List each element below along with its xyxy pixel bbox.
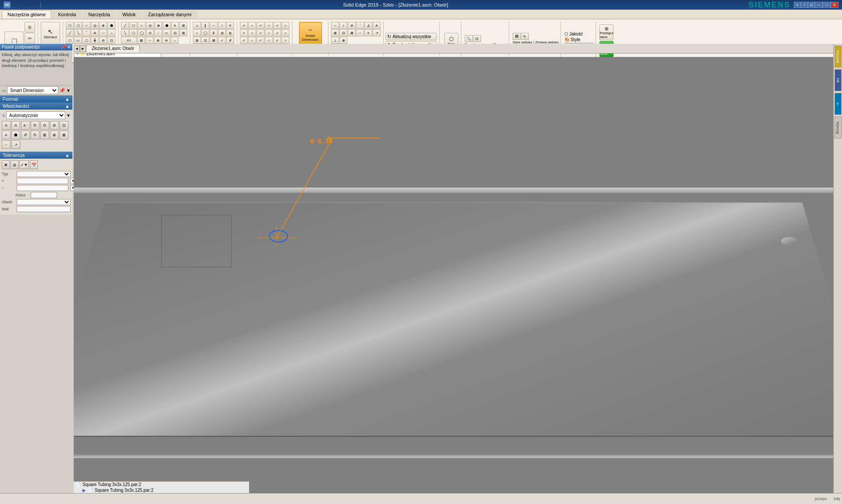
wym-btn-1[interactable]: ↔: [331, 22, 339, 29]
panel-pin-btn[interactable]: 📌: [61, 45, 66, 50]
rel-btn-11[interactable]: ⊞: [193, 37, 201, 44]
op-btn-3[interactable]: ○: [82, 22, 90, 29]
aktualizuj-wszystkie-btn[interactable]: ↻ Aktualizuj wszystkie: [385, 33, 437, 40]
draw-btn-4[interactable]: ◎: [146, 22, 154, 29]
sd-menu-btn[interactable]: ▼: [66, 88, 71, 93]
is-btn-18[interactable]: ○: [282, 37, 289, 44]
is-btn-9[interactable]: ✓: [257, 29, 264, 36]
is-btn-14[interactable]: ○: [248, 37, 256, 44]
cut-btn[interactable]: ✂: [25, 33, 35, 43]
tool-icon-7[interactable]: ⊡: [60, 121, 68, 130]
zaznacz-btn[interactable]: ↖ Zaznacz: [41, 22, 60, 45]
op-btn-15[interactable]: ⬡: [82, 37, 90, 44]
minus-input[interactable]: [17, 185, 68, 191]
op-btn-16[interactable]: ╋: [91, 37, 99, 44]
sidebar-btn-in[interactable]: in: [835, 93, 842, 115]
wym-btn-6[interactable]: A: [373, 22, 381, 29]
tol-btn-none[interactable]: ⊘: [11, 160, 18, 169]
tol-btn-calendar[interactable]: 📅: [30, 160, 38, 169]
rel-btn-5[interactable]: ≡: [226, 22, 234, 29]
is-btn-15[interactable]: ✓: [257, 37, 264, 44]
tool-icon-9[interactable]: ⬟: [11, 131, 20, 139]
wal-input[interactable]: [17, 206, 71, 212]
wym-btn-12[interactable]: ↗: [373, 29, 381, 36]
rel-btn-13[interactable]: ⊠: [210, 37, 218, 44]
op-btn-11[interactable]: ⋯: [99, 29, 107, 36]
tab-widok[interactable]: Widok: [117, 10, 142, 18]
draw-btn-14[interactable]: ▭: [163, 29, 171, 36]
przelacz-okno-btn[interactable]: ⊞ Przelącz okno: [599, 25, 614, 40]
tool-icon-5[interactable]: ⊙: [40, 121, 49, 130]
is-btn-2[interactable]: ○: [248, 22, 256, 29]
draw-btn-6[interactable]: ⬟: [163, 22, 171, 29]
draw-btn-2[interactable]: ⬡: [129, 22, 137, 29]
wym-btn-3[interactable]: ⊘: [348, 22, 356, 29]
draw-xy-btn[interactable]: XY: [121, 37, 137, 44]
panel-close-btn[interactable]: ✕: [67, 45, 71, 50]
tool-icon-13[interactable]: ⊕: [50, 131, 59, 139]
is-btn-17[interactable]: ✓: [273, 37, 281, 44]
dopasuj-btn[interactable]: ⊡: [473, 35, 481, 42]
tool-icon-16[interactable]: ↗: [11, 140, 20, 149]
wym-btn-4[interactable]: ⌒: [356, 22, 364, 29]
draw-btn-20[interactable]: ≋: [162, 37, 170, 44]
op-btn-14[interactable]: ▭: [74, 37, 82, 44]
tool-icon-3[interactable]: A⁻: [21, 121, 30, 130]
tool-icon-2[interactable]: A: [11, 121, 20, 130]
powieksz-obszar-btn[interactable]: 🔍: [465, 35, 473, 42]
op-btn-1[interactable]: ⬡: [66, 22, 74, 29]
rel-btn-9[interactable]: ⊴: [218, 29, 226, 36]
copy-btn[interactable]: ⎘: [25, 22, 35, 32]
wym-btn-9[interactable]: ⊠: [348, 29, 356, 36]
rel-btn-3[interactable]: ↔: [210, 22, 218, 29]
tool-icon-1[interactable]: A: [2, 121, 11, 130]
close-btn[interactable]: ✕: [831, 2, 838, 8]
draw-btn-15[interactable]: ⊡: [171, 29, 179, 36]
quick-access-more[interactable]: ▼: [30, 1, 37, 8]
draw-btn-8[interactable]: ⊞: [179, 22, 187, 29]
tab-zarzadzanie[interactable]: Zarządzanie danymi: [143, 10, 197, 18]
rel-btn-15[interactable]: ✗: [226, 37, 234, 44]
draw-btn-13[interactable]: ⋮: [154, 29, 162, 36]
main-tab-zlatozenie[interactable]: Złożenie1.asm: Otwór: [86, 45, 140, 52]
tool-icon-12[interactable]: ⊞: [40, 131, 49, 139]
nav-forward-btn[interactable]: ►: [80, 46, 86, 52]
draw-btn-16[interactable]: ⊞: [179, 29, 187, 36]
is-btn-4[interactable]: ○: [265, 22, 273, 29]
draw-btn-21[interactable]: ⬦: [171, 37, 178, 44]
bottom-tree-item-2[interactable]: ▶ 📄 Square Tubing 3x3x.125.par:2: [74, 487, 249, 493]
wym-btn-11[interactable]: ≡: [364, 29, 372, 36]
op-btn-7[interactable]: ╱: [66, 29, 74, 36]
sd-pin-btn[interactable]: 📌: [59, 88, 65, 93]
rel-btn-10[interactable]: ⊵: [226, 29, 234, 36]
sidebar-btn-wyrymij[interactable]: Wyrymij: [835, 46, 842, 67]
is-btn-6[interactable]: ○: [282, 22, 289, 29]
rel-btn-6[interactable]: ∩: [193, 29, 201, 36]
smart-dimension-select[interactable]: Smart Dimension: [7, 86, 58, 94]
klasa-input[interactable]: [31, 192, 57, 198]
op-btn-6[interactable]: ⬟: [107, 22, 115, 29]
second-screen-btn[interactable]: ⊡: [808, 2, 815, 8]
style-widoku-btn[interactable]: 🖼: [513, 33, 521, 40]
rel-btn-14[interactable]: ✓: [218, 37, 226, 44]
is-btn-8[interactable]: ○: [248, 29, 256, 36]
draw-btn-11[interactable]: ◯: [138, 29, 146, 36]
draw-btn-3[interactable]: ○: [138, 22, 146, 29]
rel-btn-4[interactable]: ↕: [218, 22, 226, 29]
tool-icon-6[interactable]: ⊘: [50, 121, 59, 130]
wym-btn-5[interactable]: ∠: [364, 22, 372, 29]
tab-narzedzia-glowne[interactable]: Narzędzia główne: [2, 10, 51, 18]
draw-btn-17[interactable]: ⊠: [137, 37, 145, 44]
is-btn-13[interactable]: ✓: [240, 37, 248, 44]
quick-access-undo[interactable]: ↩: [12, 1, 19, 8]
is-btn-7[interactable]: ✓: [240, 29, 248, 36]
wym-btn-7[interactable]: ⊞: [331, 29, 339, 36]
draw-btn-19[interactable]: ⊕: [154, 37, 162, 44]
typ-select[interactable]: [17, 171, 71, 177]
tool-icon-11[interactable]: ↻: [31, 131, 39, 139]
tab-narzedzia[interactable]: Narzędzia: [82, 10, 116, 18]
op-btn-5[interactable]: ⊕: [99, 22, 107, 29]
viewport[interactable]: Ø 6,35: [74, 57, 833, 493]
is-btn-12[interactable]: ○: [282, 29, 289, 36]
quick-access-redo[interactable]: ↪: [21, 1, 28, 8]
